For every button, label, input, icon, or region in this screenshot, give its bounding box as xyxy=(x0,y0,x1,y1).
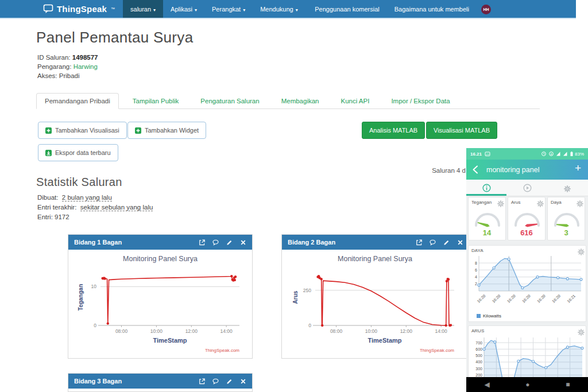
gear-icon[interactable] xyxy=(578,328,583,333)
nav-item-mendukung[interactable]: Mendukung▾ xyxy=(253,0,305,18)
field2-chart-card: Bidang 2 Bagan Monitoring Panel Surya025… xyxy=(281,234,470,359)
screenshot-icon xyxy=(485,151,490,157)
tab-private-view[interactable]: Pemandangan Pribadi xyxy=(36,93,119,109)
channel-access-row: Akses: Pribadi xyxy=(37,71,98,80)
svg-text:6: 6 xyxy=(475,268,477,272)
edit-icon[interactable] xyxy=(226,378,233,385)
svg-text:16:20: 16:20 xyxy=(492,294,501,304)
phone-tab-settings[interactable] xyxy=(547,180,588,196)
gear-icon[interactable] xyxy=(537,199,543,205)
thingspeak-logo[interactable]: ThingSpeak™ xyxy=(0,0,123,18)
svg-text:400: 400 xyxy=(475,360,482,364)
caret-down-icon: ▾ xyxy=(296,7,298,13)
plus-icon xyxy=(135,127,141,134)
comment-icon[interactable] xyxy=(212,378,219,385)
channel-pager-text: Saluran 4 d xyxy=(345,167,466,174)
field2-line-chart: Monitoring Panel Surya025008:0010:0012:0… xyxy=(289,252,461,355)
close-icon[interactable] xyxy=(240,239,246,246)
field2-chart-title: Bidang 2 Bagan xyxy=(288,239,416,246)
svg-text:16:20: 16:20 xyxy=(477,294,486,304)
daya-chart-title: DAYA xyxy=(471,248,483,253)
svg-text:12:00: 12:00 xyxy=(400,328,413,334)
phone-app-bar: monitoring panel + xyxy=(466,160,588,180)
external-link-icon[interactable] xyxy=(199,239,205,246)
field3-chart-card: Bidang 3 Bagan xyxy=(68,373,253,392)
svg-text:ThingSpeak.com: ThingSpeak.com xyxy=(420,348,454,353)
gauge-label: Tegangan xyxy=(471,200,492,205)
svg-text:4: 4 xyxy=(475,275,477,279)
author-link[interactable]: Harwing xyxy=(74,63,98,70)
svg-text:200: 200 xyxy=(475,373,482,377)
gauge-card-tegangan: Tegangan 14 xyxy=(468,197,506,240)
gauge-card-arus: Arus 616 xyxy=(508,197,546,240)
phone-app-title: monitoring panel xyxy=(486,166,539,174)
phone-tab-play[interactable] xyxy=(507,180,548,196)
gauge-tegangan xyxy=(471,208,504,228)
android-back-button[interactable]: ◀ xyxy=(484,377,489,392)
field3-chart-body xyxy=(68,389,252,392)
edit-icon[interactable] xyxy=(443,239,450,246)
svg-text:700: 700 xyxy=(475,341,482,345)
channel-id: 1498577 xyxy=(72,54,98,61)
nav-item-aplikasi[interactable]: Aplikasi▾ xyxy=(163,0,204,18)
daya-legend: Kilowatts xyxy=(477,313,501,319)
svg-text:16:21: 16:21 xyxy=(566,294,576,304)
add-icon[interactable]: + xyxy=(575,162,581,174)
matlab-analysis-button[interactable]: Analisis MATLAB xyxy=(362,122,425,139)
tab-channel-settings[interactable]: Pengaturan Saluran xyxy=(192,94,267,108)
export-recent-data-button[interactable]: Ekspor data terbaru xyxy=(38,144,118,161)
svg-text:10:00: 10:00 xyxy=(150,328,163,334)
svg-text:16:20: 16:20 xyxy=(521,294,531,304)
comment-icon[interactable] xyxy=(212,239,219,246)
add-widget-button[interactable]: Tambahkan Widget xyxy=(127,122,206,139)
edit-icon[interactable] xyxy=(226,239,233,246)
android-recents-button[interactable]: ■ xyxy=(566,377,570,392)
external-link-icon[interactable] xyxy=(416,239,422,246)
stat-entries-value: 9172 xyxy=(55,214,69,220)
play-icon xyxy=(523,184,532,192)
caret-down-icon: ▾ xyxy=(195,7,197,13)
user-avatar[interactable]: HH xyxy=(481,5,491,14)
caret-down-icon: ▾ xyxy=(153,7,156,13)
external-link-icon[interactable] xyxy=(199,378,205,385)
svg-text:8: 8 xyxy=(475,261,477,265)
nav-item-perangkat[interactable]: Perangkat▾ xyxy=(204,0,253,18)
gauge-daya xyxy=(551,208,583,228)
svg-text:14:00: 14:00 xyxy=(435,328,448,334)
field2-chart-header: Bidang 2 Bagan xyxy=(282,235,469,250)
gear-icon[interactable] xyxy=(497,199,503,205)
gear-icon[interactable] xyxy=(577,199,582,205)
svg-text:0: 0 xyxy=(308,323,311,328)
close-icon[interactable] xyxy=(240,378,246,385)
android-home-button[interactable]: ● xyxy=(525,377,529,392)
svg-text:08:00: 08:00 xyxy=(115,328,128,334)
tab-api-keys[interactable]: Kunci API xyxy=(333,94,378,108)
close-icon[interactable] xyxy=(457,239,463,246)
arus-chart-title: ARUS xyxy=(471,328,484,333)
nav-item-how-to-buy[interactable]: Bagaimana untuk membeli xyxy=(387,0,477,19)
channel-meta: ID Saluran: 1498577 Pengarang: Harwing A… xyxy=(37,53,98,80)
stat-last-entry-value: sekitar sebulan yang lalu xyxy=(80,204,153,211)
svg-text:16:20: 16:20 xyxy=(536,294,546,304)
speech-bubble-icon xyxy=(43,4,53,14)
daya-chart-card: DAYA 246816:2016:2016:2016:2016:2016:201… xyxy=(468,245,586,322)
nav-item-saluran[interactable]: saluran▾ xyxy=(123,0,163,18)
comment-icon[interactable] xyxy=(430,239,436,246)
field2-chart-body: Monitoring Panel Surya025008:0010:0012:0… xyxy=(282,250,469,358)
gear-icon[interactable] xyxy=(578,247,583,253)
nav-item-commercial-use[interactable]: Penggunaan komersial xyxy=(307,0,387,19)
add-visualization-button[interactable]: Tambahkan Visualisasi xyxy=(38,122,127,139)
tab-public-view[interactable]: Tampilan Publik xyxy=(125,94,187,108)
trademark: ™ xyxy=(111,7,115,11)
gauge-card-daya: Daya 3 xyxy=(547,197,585,240)
page-title: Panel Pemantau Surya xyxy=(36,29,193,46)
back-icon[interactable] xyxy=(472,165,478,174)
tab-import-export[interactable]: Impor / Ekspor Data xyxy=(383,94,458,108)
matlab-visualization-button[interactable]: Visualisasi MATLAB xyxy=(426,122,497,139)
tab-sharing[interactable]: Membagikan xyxy=(273,94,327,108)
gauge-value: 14 xyxy=(469,228,505,237)
channel-stats: Dibuat: 2 bulan yang lalu Entri terakhir… xyxy=(37,193,153,222)
phone-tab-info[interactable] xyxy=(466,180,507,196)
nav-right: Penggunaan komersial Bagaimana untuk mem… xyxy=(307,0,491,19)
channel-author-row: Pengarang: Harwing xyxy=(37,62,98,71)
